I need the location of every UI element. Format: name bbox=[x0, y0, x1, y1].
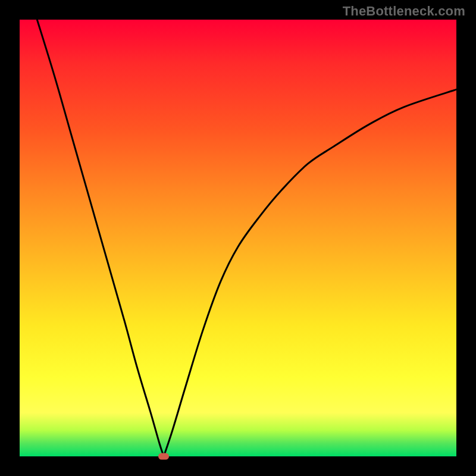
curve-right-branch bbox=[164, 89, 456, 456]
watermark-text: TheBottleneck.com bbox=[343, 4, 465, 19]
curve-layer bbox=[20, 20, 456, 456]
minimum-marker bbox=[158, 453, 169, 460]
plot-area bbox=[20, 20, 456, 456]
curve-left-branch bbox=[37, 20, 164, 456]
chart-frame: TheBottleneck.com bbox=[0, 0, 476, 476]
